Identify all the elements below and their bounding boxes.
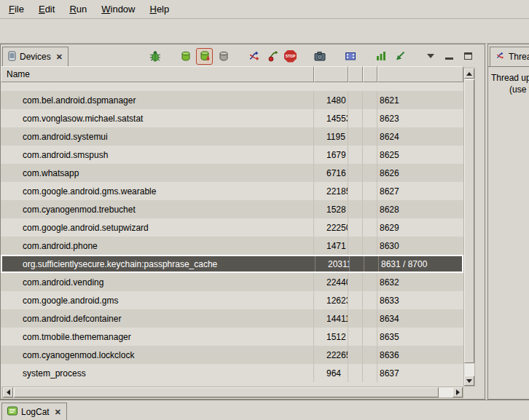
column-header-spacer[interactable] bbox=[363, 66, 377, 82]
ddms-window: FileEditRunWindowHelp Devices ✕ bbox=[0, 0, 529, 420]
table-header: Name bbox=[1, 66, 463, 82]
process-name: org.sufficientlysecure.keychain:passphra… bbox=[2, 256, 316, 272]
process-pid: 1471 bbox=[314, 237, 348, 255]
maximize-icon[interactable] bbox=[461, 49, 476, 64]
table-row[interactable]: com.android.vending224408632 bbox=[1, 273, 463, 291]
device-icon bbox=[8, 51, 16, 63]
process-pid: 1480 bbox=[314, 91, 348, 109]
process-port: 8630 bbox=[377, 237, 463, 255]
column-header-port[interactable] bbox=[377, 66, 463, 82]
close-icon[interactable]: ✕ bbox=[55, 52, 63, 62]
table-row[interactable]: com.google.android.gms126238633 bbox=[1, 291, 463, 309]
table-row[interactable]: system_process9648637 bbox=[1, 364, 463, 382]
process-pid: 1512 bbox=[314, 328, 348, 346]
process-port: 8633 bbox=[377, 291, 463, 309]
column-spacer bbox=[363, 291, 377, 309]
process-name: com.android.phone bbox=[1, 237, 314, 255]
view-menu-icon[interactable] bbox=[423, 49, 438, 64]
process-port: 8629 bbox=[377, 218, 463, 237]
table-row[interactable]: com.cyanogenmod.trebuchet15288628 bbox=[1, 200, 463, 218]
horizontal-scroll-thumb[interactable] bbox=[14, 387, 439, 397]
column-spacer bbox=[363, 91, 377, 109]
debug-bug-icon[interactable] bbox=[147, 49, 162, 64]
bar-chart-icon[interactable] bbox=[373, 49, 388, 64]
table-row[interactable]: com.cyanogenmod.lockclock222658636 bbox=[1, 346, 463, 364]
vertical-scrollbar[interactable] bbox=[463, 68, 475, 387]
scroll-left-button[interactable] bbox=[3, 387, 13, 397]
table-row[interactable]: org.sufficientlysecure.keychain:passphra… bbox=[1, 255, 463, 273]
table-row[interactable]: com.google.android.gms.wearable221858627 bbox=[1, 182, 463, 200]
menu-edit[interactable]: Edit bbox=[31, 1, 62, 17]
diagonal-arrow-icon[interactable] bbox=[392, 49, 407, 64]
minimize-icon[interactable] bbox=[442, 49, 457, 64]
process-name: com.cyanogenmod.lockclock bbox=[1, 346, 314, 364]
column-spacer bbox=[363, 146, 377, 164]
table-row[interactable]: com.tmobile.thememanager15128635 bbox=[1, 328, 463, 346]
process-name: com.android.defcontainer bbox=[1, 309, 314, 328]
update-heap-icon[interactable] bbox=[178, 49, 193, 64]
table-row[interactable]: com.google.android.setupwizard222508629 bbox=[1, 218, 463, 237]
devices-tabbar: Devices ✕ bbox=[1, 44, 485, 66]
scroll-up-button[interactable] bbox=[464, 68, 474, 79]
process-port: 8624 bbox=[377, 127, 463, 146]
column-spacer bbox=[348, 273, 363, 291]
menu-file[interactable]: File bbox=[1, 1, 31, 17]
table-row[interactable]: com.android.smspush16798625 bbox=[1, 146, 463, 164]
horizontal-scrollbar[interactable] bbox=[2, 387, 463, 398]
column-spacer bbox=[363, 218, 377, 237]
update-threads-icon[interactable] bbox=[246, 49, 262, 64]
column-header-pid[interactable] bbox=[314, 66, 348, 82]
process-name: com.android.smspush bbox=[1, 146, 314, 164]
scroll-down-button[interactable] bbox=[464, 376, 474, 386]
menu-help[interactable]: Help bbox=[142, 1, 176, 17]
column-header-spacer[interactable] bbox=[348, 66, 363, 82]
method-profiling-icon[interactable] bbox=[265, 49, 281, 64]
tab-threads[interactable]: Threads bbox=[490, 47, 529, 66]
column-spacer bbox=[348, 364, 363, 382]
logcat-bar: LogCat ✕ bbox=[0, 400, 529, 420]
tab-logcat[interactable]: LogCat ✕ bbox=[1, 403, 67, 420]
column-spacer bbox=[348, 109, 363, 127]
column-spacer bbox=[363, 182, 377, 200]
column-spacer bbox=[348, 127, 363, 146]
process-pid: 1195 bbox=[314, 127, 348, 146]
threads-content: Thread updates not enabled for selected … bbox=[488, 66, 529, 399]
devices-panel: Devices ✕ bbox=[0, 44, 485, 400]
process-name: com.android.vending bbox=[1, 273, 314, 291]
screen-capture-icon[interactable] bbox=[312, 49, 327, 64]
stop-process-icon[interactable]: STOP bbox=[284, 50, 297, 63]
dump-hprof-icon[interactable] bbox=[197, 49, 212, 64]
menu-run[interactable]: Run bbox=[62, 1, 94, 17]
table-row[interactable]: com.bel.android.dspmanager14808621 bbox=[1, 91, 463, 109]
process-pid: 1679 bbox=[314, 146, 348, 164]
threads-message-line2: (use toolbar button to enable) bbox=[509, 84, 529, 95]
process-pid: 22185 bbox=[314, 182, 348, 200]
tab-devices[interactable]: Devices ✕ bbox=[2, 47, 68, 66]
close-icon[interactable]: ✕ bbox=[53, 408, 61, 417]
column-spacer bbox=[364, 256, 379, 272]
column-header-name[interactable]: Name bbox=[1, 66, 314, 82]
process-name: com.google.android.setupwizard bbox=[1, 218, 314, 237]
process-name: com.android.systemui bbox=[1, 127, 314, 146]
table-row[interactable]: com.whatsapp67168626 bbox=[1, 164, 463, 182]
process-name: com.whatsapp bbox=[1, 164, 314, 182]
cause-gc-icon[interactable] bbox=[216, 49, 231, 64]
process-pid: 12623 bbox=[314, 291, 348, 309]
main-toolbar bbox=[0, 19, 529, 44]
scroll-right-button[interactable] bbox=[452, 387, 463, 397]
screen-record-icon[interactable] bbox=[342, 49, 358, 64]
process-name: com.cyanogenmod.trebuchet bbox=[1, 200, 314, 218]
table-row[interactable]: com.android.systemui11958624 bbox=[1, 127, 463, 146]
column-spacer bbox=[363, 309, 377, 328]
table-row[interactable]: com.android.defcontainer144118634 bbox=[1, 309, 463, 328]
menu-window[interactable]: Window bbox=[94, 1, 142, 17]
process-port: 8636 bbox=[377, 346, 463, 364]
logcat-icon bbox=[7, 406, 17, 418]
vertical-scroll-thumb[interactable] bbox=[464, 79, 474, 363]
table-row[interactable]: com.vonglasow.michael.satstat145538623 bbox=[1, 109, 463, 127]
column-spacer bbox=[363, 273, 377, 291]
column-spacer bbox=[363, 200, 377, 218]
process-name: com.bel.android.dspmanager bbox=[1, 91, 314, 109]
column-spacer bbox=[363, 328, 377, 346]
table-row[interactable]: com.android.phone14718630 bbox=[1, 237, 463, 255]
